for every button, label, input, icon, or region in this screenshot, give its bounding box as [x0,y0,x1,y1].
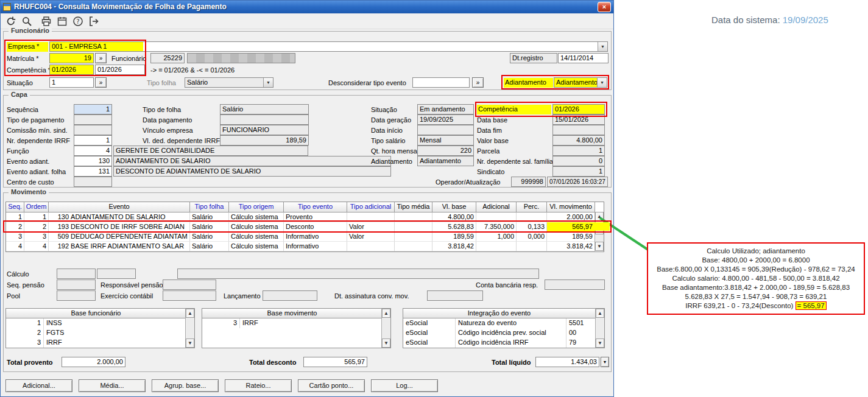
data-geracao-field[interactable]: 19/09/2025 [417,114,474,125]
calculo-field-long[interactable] [177,269,539,279]
movimento-cell[interactable]: Salário [190,242,229,251]
adiantamento-dropdown-icon[interactable]: ▼ [597,78,607,87]
valor-base-field[interactable]: 4.800,00 [552,135,605,146]
evento-adiant-folha-field[interactable]: 131 [74,166,112,177]
movimento-cell[interactable]: Valor [347,232,395,242]
movimento-cell[interactable]: 2 [6,222,24,232]
centro-custo-field[interactable] [74,177,112,187]
exit-icon[interactable] [88,16,101,27]
movimento-column-header[interactable]: Tipo evento [284,202,347,213]
calculo-field-1[interactable] [57,269,96,279]
conta-bancaria-field[interactable] [545,279,605,290]
matricula-field[interactable]: 19 [49,53,94,63]
data-inicio-field[interactable] [417,125,474,135]
movimento-column-header[interactable]: Adicional [476,202,517,213]
movimento-cell[interactable]: 4 [6,242,24,251]
movimento-cell[interactable] [517,242,547,251]
empresa-dropdown-icon[interactable]: ▼ [598,42,607,51]
movimento-column-header[interactable]: Tipo adicional [347,202,395,213]
seq-pensao-field[interactable] [57,279,96,290]
movimento-cell[interactable]: 192 BASE IRRF ADIANTAMENTO SALAR [49,242,190,251]
dt-registro-value[interactable]: 14/11/2014 [558,53,609,63]
movimento-cell[interactable]: Cálculo sistema [229,222,284,232]
media-button[interactable]: Média... [79,379,146,392]
movimento-column-header[interactable]: Ordem [24,202,49,213]
movimento-column-header[interactable]: Vl. movimento [547,202,595,213]
rateio-button[interactable]: Rateio... [225,379,292,392]
help-icon[interactable]: ? [72,16,85,27]
movimento-cell[interactable]: 3 [6,232,24,242]
adiantamento-combobox[interactable]: Adiantamento ▼ [554,77,607,88]
movimento-cell[interactable]: Cálculo sistema [229,213,284,222]
base-list-item[interactable]: 3IRRF [202,318,390,328]
funcionario-codigo-field[interactable]: 25229 [150,53,185,63]
movimento-cell[interactable] [395,213,432,222]
movimento-cell[interactable]: Desconto [284,222,347,232]
movimento-cell[interactable]: 3.818,42 [547,242,595,251]
scroll-up-icon[interactable]: ▲ [186,309,194,318]
capa-situacao-field[interactable]: Em andamento [417,104,474,114]
movimento-cell[interactable]: 0,000 [517,232,547,242]
evento-adiant-folha-desc-field[interactable]: DESCONTO DE ADIANTAMENTO DE SALARIO [113,166,391,177]
movimento-cell[interactable] [395,242,432,251]
movimento-cell[interactable]: 5.628,83 [432,222,476,232]
exercicio-contabil-field[interactable] [163,290,216,301]
movimento-column-header[interactable]: Tipo média [395,202,432,213]
base-funcionario-scrollbar[interactable]: ▲ ▼ [185,309,194,348]
situacao-field[interactable]: 1 [49,77,94,88]
movimento-column-header[interactable]: Seq. [6,202,24,213]
capa-competencia-field[interactable]: 01/2026 [552,104,605,114]
movimento-cell[interactable]: Provento [284,213,347,222]
dt-assinatura-field[interactable] [427,290,483,301]
print-icon[interactable] [41,16,53,27]
calendar-icon[interactable] [57,16,69,27]
sindicato-field[interactable]: 1 [552,166,605,177]
evento-adiant-desc-field[interactable]: ADIANTAMENTO DE SALARIO [113,156,391,166]
movimento-cell[interactable]: 509 DEDUCAO DEPENDENTE ADIANTAM [49,232,190,242]
movimento-cell[interactable]: 2.000,00 [547,213,595,222]
search-icon[interactable] [21,16,34,27]
total-liquido-dropdown-icon[interactable]: ▼ [601,357,609,367]
integracao-row[interactable]: eSocialCódigo incidência prev. social00 [403,328,604,338]
sequencia-field[interactable]: 1 [74,104,112,114]
movimento-cell[interactable]: 130 ADIANTAMENTO DE SALARIO [49,213,190,222]
movimento-cell[interactable]: 4 [24,242,49,251]
movimento-row[interactable]: 22193 DESCONTO DE IRRF SOBRE ADIANSalári… [6,222,604,232]
movimento-cell[interactable]: 1,000 [476,232,517,242]
desconsiderar-lookup-button[interactable]: » [472,77,484,88]
close-button[interactable]: × [598,2,611,12]
scroll-down-icon[interactable]: ▼ [186,339,194,348]
tipo-folha-dropdown-icon[interactable]: ▼ [263,78,273,87]
movimento-cell[interactable]: Informativo [284,232,347,242]
total-liquido-field[interactable]: 1.434,03 [535,357,599,367]
movimento-cell[interactable]: 193 DESCONTO DE IRRF SOBRE ADIAN [49,222,190,232]
cartao-ponto-button[interactable]: Cartão ponto... [298,379,365,392]
movimento-cell[interactable] [476,213,517,222]
movimento-cell[interactable] [395,232,432,242]
funcao-field[interactable]: 4 [74,146,112,156]
parcela-field[interactable]: 1 [552,146,605,156]
movimento-cell[interactable] [517,213,547,222]
movimento-cell[interactable]: Salário [190,232,229,242]
data-pagamento-field[interactable] [220,114,309,125]
responsavel-pensao-field[interactable] [163,279,216,290]
total-provento-field[interactable]: 2.000,00 [62,357,125,367]
movimento-column-header[interactable]: Tipo folha [190,202,229,213]
pool-field[interactable] [57,290,96,301]
adicional-button[interactable]: Adicional... [5,379,72,392]
movimento-cell[interactable]: 7.350,000 [476,222,517,232]
movimento-cell[interactable]: 565,97 [547,222,595,232]
tipo-salario-field[interactable]: Mensal [417,135,474,146]
capa-adiantamento-field[interactable]: Adiantamento [417,156,474,166]
movimento-cell[interactable] [476,242,517,251]
integracao-header[interactable]: Integração do evento [403,309,595,318]
scroll-down-icon[interactable]: ▼ [596,339,604,348]
funcao-desc-field[interactable]: GERENTE DE CONTABILIDADE [113,146,308,156]
movimento-cell[interactable] [347,213,395,222]
integracao-scrollbar[interactable]: ▲ ▼ [595,309,604,348]
base-list-item[interactable]: 1INSS [6,318,194,328]
desconsiderar-field[interactable] [412,77,470,88]
evento-adiant-field[interactable]: 130 [74,156,112,166]
movimento-column-header[interactable]: Vl. base [432,202,476,213]
vinculo-empresa-field[interactable]: FUNCIONARIO [220,125,309,135]
